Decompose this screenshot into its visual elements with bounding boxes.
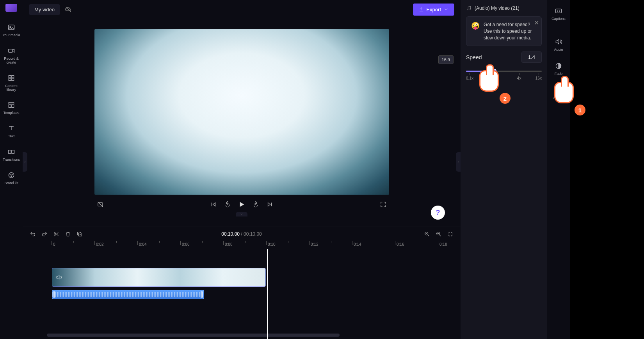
collapse-preview[interactable]: [236, 212, 247, 217]
captions-icon: [554, 6, 563, 16]
project-name-input[interactable]: My video: [29, 4, 60, 15]
nav-label: Record & create: [1, 57, 22, 65]
app-logo[interactable]: [5, 4, 17, 12]
svg-rect-6: [12, 78, 14, 81]
nav-label: Audio: [554, 48, 563, 52]
track-label: (Audio) My video (21): [475, 5, 519, 11]
fade-icon: [554, 61, 563, 71]
collapse-right-panel[interactable]: [456, 152, 461, 172]
mute-icon[interactable]: [55, 274, 62, 281]
fullscreen-button[interactable]: [380, 201, 387, 208]
skip-end-button[interactable]: [266, 201, 273, 208]
timeline-tracks[interactable]: [23, 249, 461, 339]
nav-label: Text: [8, 135, 15, 138]
audio-clip[interactable]: [52, 290, 204, 299]
forward-button[interactable]: [252, 201, 259, 208]
waveform: [52, 292, 204, 297]
zoom-in-button[interactable]: [436, 231, 442, 237]
play-button[interactable]: [238, 201, 245, 208]
svg-point-18: [54, 235, 55, 236]
svg-point-17: [54, 232, 55, 233]
svg-point-13: [10, 174, 11, 175]
tip-text: Got a need for speed? Use this to speed …: [484, 21, 537, 41]
nav-audio[interactable]: Audio: [547, 35, 570, 53]
nav-brand-kit[interactable]: Brand kit: [0, 169, 23, 187]
nav-captions[interactable]: Captions: [547, 5, 570, 23]
redo-button[interactable]: [41, 231, 48, 237]
split-button[interactable]: [53, 231, 59, 237]
speed-panel: (Audio) My video (21) 🤪 Got a need for s…: [461, 0, 547, 339]
svg-rect-8: [9, 105, 11, 108]
svg-rect-22: [556, 9, 562, 13]
video-preview[interactable]: [94, 29, 389, 195]
skip-start-button[interactable]: [210, 201, 217, 208]
safe-zone-toggle[interactable]: [97, 201, 104, 208]
nav-label: Brand kit: [4, 181, 18, 185]
speed-slider[interactable]: 0.1x 1x 4x 16x: [466, 68, 542, 88]
nav-label: Fade: [555, 72, 563, 76]
delete-button[interactable]: [65, 231, 71, 237]
chevron-down-icon: [443, 7, 449, 12]
emoji-icon: 🤪: [471, 21, 480, 41]
cloud-sync-icon[interactable]: [65, 6, 72, 13]
timeline-ruler[interactable]: 0 0:02 0:04 0:06 0:08 0:10 0:12 0:14 0:1…: [23, 241, 461, 249]
upload-icon: [418, 7, 424, 12]
svg-rect-2: [9, 49, 13, 52]
svg-point-14: [12, 174, 13, 175]
slider-fill: [466, 71, 494, 72]
topbar: My video Export: [23, 0, 461, 19]
undo-button[interactable]: [30, 231, 36, 237]
nav-label: Transitions: [3, 158, 20, 162]
divider: [552, 29, 565, 29]
svg-rect-7: [9, 103, 14, 104]
timeline-toolbar: 00:10.00 / 00:10.00: [23, 227, 461, 241]
svg-rect-10: [9, 150, 11, 153]
scrollbar-thumb[interactable]: [47, 334, 340, 337]
speedometer-icon: [554, 85, 563, 95]
video-clip[interactable]: [52, 268, 266, 287]
library-icon: [7, 73, 16, 83]
right-sidebar: Captions Audio Fade Speed 1: [547, 0, 570, 339]
svg-rect-3: [9, 75, 11, 78]
slider-ticks: 0.1x 1x 4x 16x: [466, 76, 542, 80]
main-area: My video Export 16:9 ?: [23, 0, 461, 339]
help-button[interactable]: ?: [431, 206, 445, 220]
blank-area: [570, 0, 644, 339]
zoom-out-button[interactable]: [424, 231, 430, 237]
nav-label: Templates: [3, 111, 19, 115]
slider-thumb[interactable]: [492, 69, 496, 73]
preview-area: 16:9 ?: [23, 19, 461, 227]
nav-fade[interactable]: Fade: [547, 60, 570, 78]
svg-rect-9: [12, 105, 14, 108]
duplicate-button[interactable]: [76, 231, 83, 237]
nav-label: Speed: [553, 96, 564, 100]
nav-content-library[interactable]: Content library: [0, 72, 23, 94]
aspect-ratio-badge[interactable]: 16:9: [438, 55, 454, 64]
nav-text[interactable]: Text: [0, 122, 23, 140]
camera-icon: [7, 46, 16, 55]
export-button[interactable]: Export: [413, 4, 454, 16]
total-time: 00:10.00: [244, 231, 262, 237]
media-icon: [7, 23, 16, 32]
current-time: 00:10.00: [221, 231, 240, 237]
nav-your-media[interactable]: Your media: [0, 21, 23, 39]
rewind-button[interactable]: [224, 201, 231, 208]
svg-rect-5: [9, 78, 11, 81]
time-display: 00:10.00 / 00:10.00: [221, 231, 262, 237]
text-icon: [7, 124, 16, 133]
speaker-icon: [554, 37, 563, 46]
speed-value-input[interactable]: [521, 51, 542, 63]
export-label: Export: [426, 7, 441, 12]
playhead[interactable]: [267, 249, 268, 339]
nav-templates[interactable]: Templates: [0, 99, 23, 117]
nav-record-create[interactable]: Record & create: [0, 44, 23, 66]
timeline-scrollbar[interactable]: [47, 334, 457, 337]
left-sidebar: Your media Record & create Content libra…: [0, 0, 23, 339]
nav-label: Your media: [2, 34, 20, 37]
brand-icon: [7, 170, 16, 180]
nav-transitions[interactable]: Transitions: [0, 146, 23, 163]
close-tip-button[interactable]: ✕: [534, 19, 539, 27]
transitions-icon: [7, 147, 16, 156]
zoom-fit-button[interactable]: [447, 231, 454, 237]
nav-speed[interactable]: Speed: [547, 84, 570, 102]
